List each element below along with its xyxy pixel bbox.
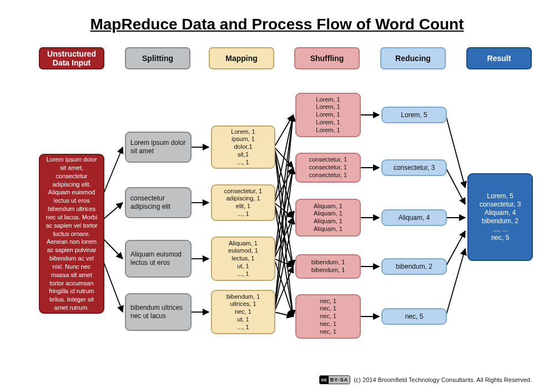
svg-line-9	[274, 147, 293, 168]
svg-line-14	[274, 168, 293, 203]
svg-line-34	[446, 168, 465, 204]
page-title: MapReduce Data and Process Flow of Word …	[0, 16, 554, 33]
splitting-box: Aliquam euismod lectus ut eros	[125, 240, 192, 278]
svg-line-22	[274, 259, 293, 316]
svg-line-10	[274, 147, 293, 218]
svg-line-26	[274, 267, 293, 312]
mapping-box: consectetur, 1 adipiscing, 1 elit, 1 ...…	[211, 184, 275, 221]
mapping-box: Lorem, 1 ipsum, 1 dolor,1 sit,1 ..., 1	[211, 125, 275, 169]
stage-header-splitting: Splitting	[125, 47, 190, 69]
reducing-box: Lorem, 5	[381, 107, 447, 123]
svg-line-12	[274, 147, 293, 316]
input-box: Lorem ipsum dolor sit amet, consectetur …	[39, 154, 104, 314]
stage-header-shuffling: Shuffling	[294, 47, 360, 69]
cc-license-left: cc	[320, 376, 329, 384]
splitting-box: consectetur adipiscing elit	[125, 187, 192, 218]
svg-line-8	[274, 115, 293, 147]
shuffling-box: Aliquam, 1 Aliquam, 1 Aliquam, 1 Aliquam…	[295, 199, 361, 237]
shuffling-box: nec, 1 nec, 1 nec, 1 nec, 1 nec, 1	[295, 294, 361, 339]
shuffling-box: Lorem, 1 Lorem, 1 Lorem, 1 Lorem, 1 Lore…	[295, 93, 361, 137]
svg-line-27	[274, 312, 293, 316]
svg-line-21	[274, 259, 293, 267]
svg-line-3	[103, 261, 123, 312]
svg-line-36	[446, 231, 465, 267]
svg-line-20	[274, 218, 293, 259]
reducing-box: bibendum, 2	[381, 258, 447, 275]
stage-header-result: Result	[466, 47, 532, 69]
shuffling-box: bibendum, 1 bibendum, 1	[295, 254, 361, 279]
svg-line-33	[446, 115, 465, 188]
svg-line-17	[274, 203, 293, 316]
svg-line-0	[103, 147, 123, 194]
footer: cc BY-SA (c) 2014 Broomfield Technology …	[319, 375, 532, 384]
reducing-box: consectetur, 3	[381, 159, 447, 176]
svg-line-1	[103, 203, 123, 219]
reducing-box: nec, 5	[381, 308, 447, 325]
splitting-box: Lorem ipsum dolor sit amet	[125, 132, 192, 163]
svg-line-25	[274, 218, 293, 312]
stage-header-reducing: Reducing	[380, 47, 446, 69]
copyright-text: (c) 2014 Broomfield Technology Consultan…	[354, 376, 532, 383]
stage-header-mapping: Mapping	[209, 47, 274, 69]
svg-line-19	[274, 168, 293, 259]
svg-line-13	[274, 115, 293, 203]
reducing-box: Aliquam, 4	[381, 209, 447, 226]
svg-line-37	[446, 249, 465, 316]
stage-header-input: Unstructured Data Input	[39, 47, 104, 69]
shuffling-box: consectetur, 1 consectetur, 1 consectetu…	[295, 153, 361, 183]
result-box: Lorem, 5 consectetur, 3 Aliquam, 4 biben…	[467, 173, 533, 261]
svg-line-24	[274, 168, 293, 312]
mapping-box: Aliquam, 1 euismod, 1 lectus, 1 ut, 1 ..…	[211, 237, 275, 281]
svg-line-23	[274, 115, 293, 312]
svg-line-15	[274, 203, 293, 218]
cc-license-right: BY-SA	[329, 376, 350, 384]
svg-line-11	[274, 147, 293, 267]
svg-line-16	[274, 203, 293, 267]
svg-line-18	[274, 115, 293, 259]
splitting-box: bibendum ultrices nec ut lacus	[125, 293, 192, 331]
cc-license-icon: cc BY-SA	[319, 375, 351, 384]
mapping-box: bibendum, 1 ultrices, 1 nec, 1 ut, 1 ...…	[211, 290, 275, 334]
svg-line-2	[103, 239, 123, 259]
